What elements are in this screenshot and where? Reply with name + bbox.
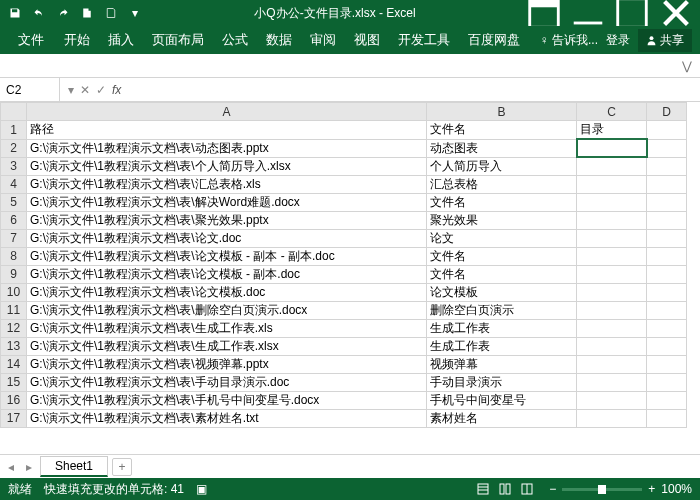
login-button[interactable]: 登录 <box>606 32 630 49</box>
row-header[interactable]: 2 <box>1 139 27 157</box>
cell[interactable]: 文件名 <box>427 193 577 211</box>
cell[interactable]: 视频弹幕 <box>427 355 577 373</box>
cell[interactable]: 动态图表 <box>427 139 577 157</box>
cell[interactable] <box>647 301 687 319</box>
cell[interactable]: G:\演示文件\1教程演示文档\表\动态图表.pptx <box>27 139 427 157</box>
add-sheet-button[interactable]: + <box>112 458 132 476</box>
new-icon[interactable] <box>76 2 98 24</box>
cell[interactable]: G:\演示文件\1教程演示文档\表\删除空白页演示.docx <box>27 301 427 319</box>
cell[interactable]: G:\演示文件\1教程演示文档\表\汇总表格.xls <box>27 175 427 193</box>
col-header-a[interactable]: A <box>27 103 427 121</box>
cell[interactable]: 生成工作表 <box>427 337 577 355</box>
cancel-icon[interactable]: ✕ <box>80 83 90 97</box>
active-cell[interactable] <box>577 139 647 157</box>
cell[interactable]: G:\演示文件\1教程演示文档\表\生成工作表.xlsx <box>27 337 427 355</box>
cell[interactable] <box>647 319 687 337</box>
macro-record-icon[interactable]: ▣ <box>196 482 207 496</box>
baidu-tab[interactable]: 百度网盘 <box>460 27 528 53</box>
row-header[interactable]: 15 <box>1 373 27 391</box>
save-icon[interactable] <box>4 2 26 24</box>
zoom-in-button[interactable]: + <box>648 482 655 496</box>
cell[interactable] <box>577 265 647 283</box>
cell[interactable]: 生成工作表 <box>427 319 577 337</box>
cell[interactable] <box>647 337 687 355</box>
cell[interactable]: 素材姓名 <box>427 409 577 427</box>
cell[interactable]: G:\演示文件\1教程演示文档\表\论文模板 - 副本 - 副本.doc <box>27 247 427 265</box>
cell[interactable]: G:\演示文件\1教程演示文档\表\解决Word难题.docx <box>27 193 427 211</box>
home-tab[interactable]: 开始 <box>56 27 98 53</box>
row-header[interactable]: 14 <box>1 355 27 373</box>
cell[interactable] <box>577 193 647 211</box>
cell[interactable]: G:\演示文件\1教程演示文档\表\素材姓名.txt <box>27 409 427 427</box>
cell[interactable] <box>577 355 647 373</box>
view-tab[interactable]: 视图 <box>346 27 388 53</box>
review-tab[interactable]: 审阅 <box>302 27 344 53</box>
redo-icon[interactable] <box>52 2 74 24</box>
cell[interactable]: G:\演示文件\1教程演示文档\表\个人简历导入.xlsx <box>27 157 427 175</box>
zoom-slider[interactable] <box>562 488 642 491</box>
cell[interactable]: 文件名 <box>427 247 577 265</box>
cell[interactable]: G:\演示文件\1教程演示文档\表\手动目录演示.doc <box>27 373 427 391</box>
sheet-nav-prev-icon[interactable]: ◂ <box>4 460 18 474</box>
cell[interactable] <box>577 319 647 337</box>
qat-dropdown-icon[interactable]: ▾ <box>124 2 146 24</box>
row-header[interactable]: 6 <box>1 211 27 229</box>
select-all-corner[interactable] <box>1 103 27 121</box>
cell[interactable]: 目录 <box>577 121 647 140</box>
cell[interactable] <box>647 211 687 229</box>
cell[interactable] <box>577 247 647 265</box>
row-header[interactable]: 9 <box>1 265 27 283</box>
tellme-button[interactable]: ♀ 告诉我... <box>540 32 598 49</box>
zoom-level[interactable]: 100% <box>661 482 692 496</box>
cell[interactable] <box>577 337 647 355</box>
cell[interactable] <box>577 373 647 391</box>
cell[interactable] <box>647 283 687 301</box>
col-header-d[interactable]: D <box>647 103 687 121</box>
cell[interactable]: G:\演示文件\1教程演示文档\表\论文模板 - 副本.doc <box>27 265 427 283</box>
cell[interactable] <box>647 247 687 265</box>
close-button[interactable] <box>656 2 696 24</box>
cell[interactable] <box>577 157 647 175</box>
row-header[interactable]: 17 <box>1 409 27 427</box>
minimize-button[interactable] <box>568 2 608 24</box>
cell[interactable]: 个人简历导入 <box>427 157 577 175</box>
formulas-tab[interactable]: 公式 <box>214 27 256 53</box>
cell[interactable] <box>647 355 687 373</box>
sheet-tab[interactable]: Sheet1 <box>40 456 108 477</box>
confirm-icon[interactable]: ✓ <box>96 83 106 97</box>
col-header-b[interactable]: B <box>427 103 577 121</box>
layout-tab[interactable]: 页面布局 <box>144 27 212 53</box>
ribbon-options-icon[interactable] <box>524 2 564 24</box>
row-header[interactable]: 12 <box>1 319 27 337</box>
dev-tab[interactable]: 开发工具 <box>390 27 458 53</box>
cell[interactable] <box>647 265 687 283</box>
cell[interactable] <box>647 193 687 211</box>
cell[interactable]: 论文模板 <box>427 283 577 301</box>
collapse-ribbon-icon[interactable]: ⋁ <box>682 59 692 73</box>
row-header[interactable]: 10 <box>1 283 27 301</box>
cell[interactable]: 手动目录演示 <box>427 373 577 391</box>
cell[interactable] <box>647 121 687 140</box>
cell[interactable] <box>647 373 687 391</box>
namebox-dropdown-icon[interactable]: ▾ <box>68 83 74 97</box>
row-header[interactable]: 11 <box>1 301 27 319</box>
touch-icon[interactable] <box>100 2 122 24</box>
row-header[interactable]: 1 <box>1 121 27 140</box>
row-header[interactable]: 4 <box>1 175 27 193</box>
cell[interactable]: 论文 <box>427 229 577 247</box>
cell[interactable] <box>577 283 647 301</box>
cell[interactable]: G:\演示文件\1教程演示文档\表\手机号中间变星号.docx <box>27 391 427 409</box>
cell[interactable] <box>577 211 647 229</box>
cell[interactable]: 文件名 <box>427 265 577 283</box>
cell[interactable] <box>647 175 687 193</box>
page-break-view-icon[interactable] <box>517 481 537 497</box>
cell[interactable]: 聚光效果 <box>427 211 577 229</box>
cell[interactable]: G:\演示文件\1教程演示文档\表\生成工作表.xls <box>27 319 427 337</box>
cell[interactable] <box>577 175 647 193</box>
maximize-button[interactable] <box>612 2 652 24</box>
cell[interactable] <box>647 139 687 157</box>
normal-view-icon[interactable] <box>473 481 493 497</box>
cell[interactable] <box>647 157 687 175</box>
worksheet-grid[interactable]: A B C D 1 路径 文件名 目录 2G:\演示文件\1教程演示文档\表\动… <box>0 102 700 454</box>
cell[interactable] <box>647 229 687 247</box>
